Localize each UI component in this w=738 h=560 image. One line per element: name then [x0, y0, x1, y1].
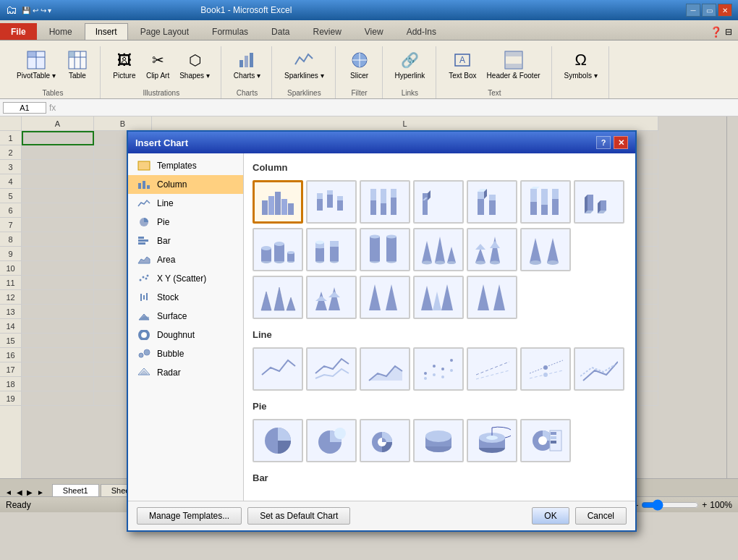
chart-type-bubble-label: Bubble — [157, 349, 184, 359]
svg-point-155 — [334, 428, 346, 439]
chart-thumb-line5[interactable] — [467, 347, 517, 391]
surface-chart-icon — [137, 310, 151, 322]
chart-type-xy-scatter[interactable]: X Y (Scatter) — [128, 269, 243, 288]
chart-thumb-cone3[interactable] — [520, 228, 571, 271]
svg-rect-48 — [288, 203, 294, 215]
chart-type-area-label: Area — [157, 255, 175, 265]
chart-type-radar[interactable]: Radar — [128, 363, 243, 382]
chart-thumb-3d-clustered-column[interactable] — [413, 180, 464, 224]
chart-thumb-line3[interactable] — [360, 347, 410, 391]
dialog-title-bar: Insert Chart ? ✕ — [128, 132, 635, 153]
bar-chart-icon — [137, 235, 151, 247]
chart-thumb-line1[interactable] — [253, 347, 303, 391]
doughnut-chart-icon — [137, 329, 151, 341]
dialog-overlay: Insert Chart ? ✕ Templates — [0, 116, 738, 478]
svg-marker-130 — [328, 292, 340, 297]
chart-thumb-pyramid2[interactable] — [306, 276, 357, 319]
chart-type-area[interactable]: Area — [128, 250, 243, 269]
svg-rect-53 — [337, 200, 343, 211]
chart-thumb-line6[interactable] — [520, 347, 571, 391]
chart-type-surface[interactable]: Surface — [128, 307, 243, 326]
chart-type-pie[interactable]: Pie — [128, 213, 243, 232]
dialog-close-button[interactable]: ✕ — [614, 136, 628, 149]
svg-marker-131 — [369, 284, 381, 310]
chart-thumb-line4[interactable] — [413, 347, 464, 391]
chart-thumb-clustered-column[interactable] — [253, 180, 303, 224]
svg-marker-122 — [547, 238, 559, 263]
svg-rect-106 — [386, 237, 396, 261]
chart-thumb-cylinder3[interactable] — [360, 228, 410, 271]
chart-thumb-stacked-column[interactable] — [306, 180, 357, 224]
chart-type-line-label: Line — [157, 198, 174, 208]
svg-rect-70 — [489, 199, 496, 215]
chart-type-doughnut[interactable]: Doughnut — [128, 326, 243, 344]
chart-type-stock[interactable]: Stock — [128, 288, 243, 307]
svg-marker-119 — [490, 241, 500, 248]
pie-section-title: Pie — [253, 401, 627, 412]
svg-rect-23 — [147, 185, 150, 189]
chart-type-bar-label: Bar — [157, 236, 171, 246]
pie-chart-icon — [137, 216, 151, 228]
svg-rect-22 — [143, 181, 145, 189]
svg-rect-45 — [268, 196, 274, 215]
chart-thumb-3d-100-stacked-column[interactable] — [520, 180, 571, 224]
chart-thumb-cylinder1[interactable] — [253, 228, 303, 271]
svg-point-87 — [261, 246, 271, 250]
svg-marker-132 — [386, 284, 397, 310]
chart-type-column[interactable]: Column — [128, 175, 243, 194]
svg-rect-170 — [551, 441, 556, 444]
chart-thumb-pyramid3[interactable] — [360, 276, 410, 319]
chart-thumb-pie6[interactable] — [520, 419, 571, 462]
svg-marker-128 — [315, 296, 327, 301]
svg-point-121 — [530, 260, 541, 265]
chart-thumb-pie1[interactable] — [253, 419, 303, 462]
chart-thumb-pyramid4[interactable] — [413, 276, 464, 319]
chart-type-bubble[interactable]: Bubble — [128, 344, 243, 363]
svg-marker-81 — [585, 195, 588, 213]
chart-thumb-3d-column[interactable] — [574, 180, 624, 224]
chart-type-line[interactable]: Line — [128, 194, 243, 213]
chart-type-bar[interactable]: Bar — [128, 232, 243, 250]
chart-thumb-cylinder2[interactable] — [306, 228, 357, 271]
chart-thumb-cone1[interactable] — [413, 228, 464, 271]
svg-rect-168 — [551, 432, 556, 435]
svg-rect-56 — [370, 189, 376, 200]
chart-thumb-pie4[interactable] — [413, 419, 464, 462]
svg-rect-25 — [138, 237, 144, 239]
svg-point-30 — [143, 276, 145, 279]
column-chart-icon — [137, 179, 151, 190]
svg-marker-83 — [601, 200, 606, 211]
svg-rect-44 — [262, 200, 268, 215]
svg-rect-103 — [370, 237, 380, 261]
svg-marker-117 — [490, 237, 500, 263]
svg-point-166 — [538, 436, 547, 445]
chart-thumb-pyramid1[interactable] — [253, 276, 303, 319]
chart-thumb-line2[interactable] — [306, 347, 357, 391]
chart-thumb-cone2[interactable] — [467, 228, 517, 271]
dialog-title-text: Insert Chart — [135, 137, 188, 148]
svg-point-115 — [475, 261, 485, 265]
svg-marker-112 — [447, 247, 456, 263]
chart-thumb-3d-stacked-column[interactable] — [467, 180, 517, 224]
line-chart-row — [253, 347, 627, 391]
svg-point-143 — [424, 377, 427, 380]
column-chart-row3 — [253, 276, 627, 319]
chart-thumb-pie3[interactable] — [360, 419, 410, 462]
chart-thumb-100-stacked-column[interactable] — [360, 180, 410, 224]
svg-point-139 — [424, 372, 427, 375]
chart-thumb-pyramid5[interactable] — [467, 276, 517, 319]
chart-type-list: Templates Column Line — [128, 153, 244, 478]
chart-type-templates[interactable]: Templates — [128, 156, 243, 175]
chart-type-stock-label: Stock — [157, 292, 179, 302]
chart-thumb-pie5[interactable] — [467, 419, 517, 462]
svg-point-144 — [433, 373, 436, 376]
dialog-help-button[interactable]: ? — [596, 136, 611, 149]
chart-type-radar-label: Radar — [157, 368, 181, 378]
svg-point-160 — [425, 430, 451, 442]
chart-thumb-pie2[interactable] — [306, 419, 357, 462]
chart-thumb-line7[interactable] — [574, 347, 624, 391]
area-chart-icon — [137, 254, 151, 266]
chart-type-xy-scatter-label: X Y (Scatter) — [157, 273, 206, 284]
svg-rect-47 — [281, 199, 287, 215]
svg-point-118 — [490, 261, 500, 265]
